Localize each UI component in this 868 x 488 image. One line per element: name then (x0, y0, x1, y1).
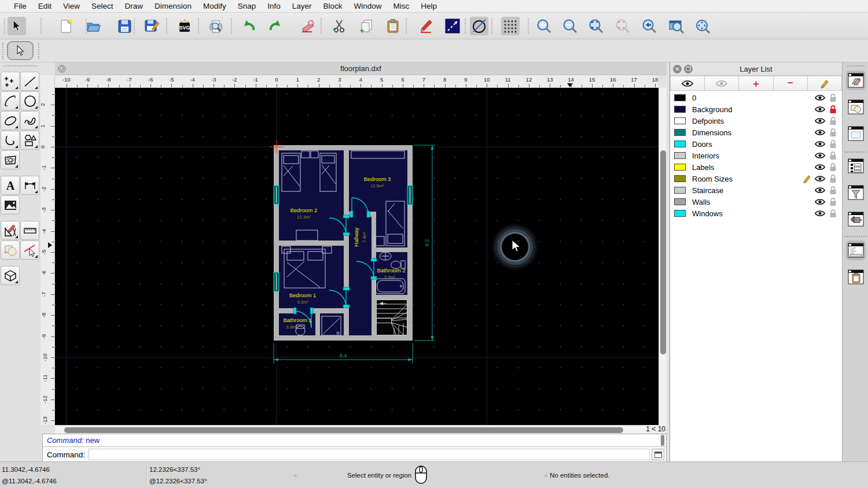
snap-grid-icon[interactable] (501, 17, 520, 35)
edit-layer-button[interactable] (808, 76, 842, 91)
ellipse-tool-icon[interactable] (1, 111, 20, 130)
layer-lock-icon[interactable] (829, 175, 837, 183)
horizontal-scrollbar[interactable] (55, 425, 645, 434)
layer-row[interactable]: Doors (670, 138, 842, 150)
zoom-auto-icon[interactable] (587, 17, 605, 35)
pen-edit-icon[interactable] (417, 17, 435, 35)
save-as-icon[interactable] (143, 17, 161, 35)
vertical-scrollbar-thumb[interactable] (660, 150, 666, 354)
zoom-in-icon[interactable] (535, 17, 553, 35)
zoom-out-icon[interactable] (561, 17, 579, 35)
spline-tool-icon[interactable] (20, 111, 39, 130)
selection-pointer-icon[interactable] (8, 17, 26, 35)
menu-select[interactable]: Select (86, 0, 119, 13)
vertical-scrollbar[interactable] (659, 88, 667, 425)
remove-layer-button[interactable]: − (774, 76, 808, 91)
layer-row[interactable]: Walls (670, 196, 842, 208)
menu-info[interactable]: Info (262, 0, 286, 13)
layer-visibility-eye-icon[interactable] (815, 141, 825, 147)
menu-draw[interactable]: Draw (119, 0, 149, 13)
menu-help[interactable]: Help (415, 0, 443, 13)
widget-list-panel-button[interactable] (846, 156, 866, 176)
height-dimension-label[interactable]: 9.2 (424, 239, 430, 247)
layer-row[interactable]: Defpoints (670, 115, 842, 127)
show-all-layers-button[interactable] (670, 76, 705, 91)
text-tool-icon[interactable]: A (1, 176, 20, 195)
redo-icon[interactable] (266, 17, 285, 35)
view-panel-button[interactable] (846, 124, 866, 143)
width-dimension-label[interactable]: 6.4 (340, 353, 347, 358)
layer-row[interactable]: Room Sizes (670, 173, 842, 184)
line-tool-icon[interactable] (443, 17, 462, 35)
layer-visibility-eye-icon[interactable] (815, 210, 825, 217)
select-entities-tool-icon[interactable] (20, 241, 39, 260)
layer-row[interactable]: Background (670, 103, 842, 115)
dimension-tool-icon[interactable] (20, 176, 39, 195)
layer-lock-icon[interactable] (829, 128, 837, 137)
layer-visibility-eye-icon[interactable] (815, 129, 825, 136)
layer-lock-icon[interactable] (829, 209, 837, 218)
layer-visibility-eye-icon[interactable] (815, 175, 825, 182)
zoom-pan-icon[interactable] (694, 17, 712, 35)
layer-lock-icon[interactable] (829, 105, 837, 114)
cad-tools-icon[interactable] (1, 221, 20, 240)
layer-visibility-eye-icon[interactable] (815, 152, 825, 159)
selection-pointer-tool-button[interactable] (7, 41, 34, 60)
command-focus-button[interactable] (652, 449, 664, 460)
paste-icon[interactable] (384, 17, 402, 35)
cut-icon[interactable] (330, 17, 348, 35)
layer-lock-icon[interactable] (829, 140, 837, 149)
layer-row[interactable]: 0 (670, 92, 842, 103)
menu-dimension[interactable]: Dimension (149, 0, 197, 13)
solids-tool-icon[interactable] (1, 266, 20, 285)
layer-row[interactable]: Interiors (670, 150, 842, 161)
measure-tool-icon[interactable] (20, 221, 39, 240)
zoom-window-icon[interactable] (667, 17, 686, 35)
undo-icon[interactable] (239, 17, 258, 35)
menu-layer[interactable]: Layer (286, 0, 318, 13)
filter-panel-button[interactable] (846, 183, 866, 202)
open-file-icon[interactable] (84, 17, 102, 35)
polyline-tool-icon[interactable] (1, 131, 20, 150)
layer-lock-icon[interactable] (829, 151, 837, 160)
circle-tool-icon[interactable] (20, 91, 39, 110)
undock-panel-button[interactable]: ❐ (684, 65, 693, 73)
export-svg-icon[interactable]: SVG (175, 17, 194, 35)
hide-all-layers-button[interactable] (705, 76, 739, 91)
layer-visibility-eye-icon[interactable] (815, 106, 825, 113)
new-document-icon[interactable] (57, 17, 75, 35)
modify-shapes-tool-icon[interactable] (1, 241, 20, 260)
menu-file[interactable]: File (8, 0, 32, 13)
layer-visibility-eye-icon[interactable] (815, 164, 825, 171)
hatch-tool-icon[interactable] (1, 150, 20, 169)
layer-visibility-eye-icon[interactable] (815, 187, 825, 194)
layer-visibility-eye-icon[interactable] (815, 94, 825, 101)
block-list-panel-button[interactable] (846, 97, 866, 117)
layer-lock-icon[interactable] (829, 198, 837, 206)
line-tool-icon[interactable] (20, 72, 39, 91)
layer-lock-icon[interactable] (829, 94, 837, 102)
command-input[interactable] (89, 449, 650, 460)
shapes-tool-icon[interactable] (20, 131, 39, 150)
zoom-previous-icon[interactable] (613, 17, 632, 35)
points-tool-icon[interactable] (1, 72, 20, 91)
layer-row[interactable]: Labels (670, 161, 842, 173)
arc-tool-icon[interactable] (1, 91, 20, 110)
drawing-canvas[interactable]: Bedroom 2 12.3m² Bedroom 3 11.5m² Hallwa… (55, 88, 659, 425)
layer-visibility-eye-icon[interactable] (815, 117, 825, 124)
pen-palette-panel-button[interactable] (846, 209, 866, 229)
layer-lock-icon[interactable] (829, 186, 837, 195)
menu-misc[interactable]: Misc (388, 0, 415, 13)
menu-snap[interactable]: Snap (232, 0, 262, 13)
save-icon[interactable] (115, 17, 134, 35)
staircase[interactable] (376, 300, 407, 335)
layer-row[interactable]: Staircase (670, 184, 842, 196)
layer-list-panel-button[interactable] (846, 71, 866, 90)
menu-window[interactable]: Window (348, 0, 388, 13)
clipboard-panel-button[interactable] (846, 267, 866, 287)
add-layer-button[interactable]: ＋ (739, 76, 773, 91)
horizontal-scrollbar-thumb[interactable] (64, 427, 623, 433)
menu-edit[interactable]: Edit (32, 0, 57, 13)
print-preview-icon[interactable] (207, 17, 225, 35)
image-tool-icon[interactable] (1, 195, 20, 215)
